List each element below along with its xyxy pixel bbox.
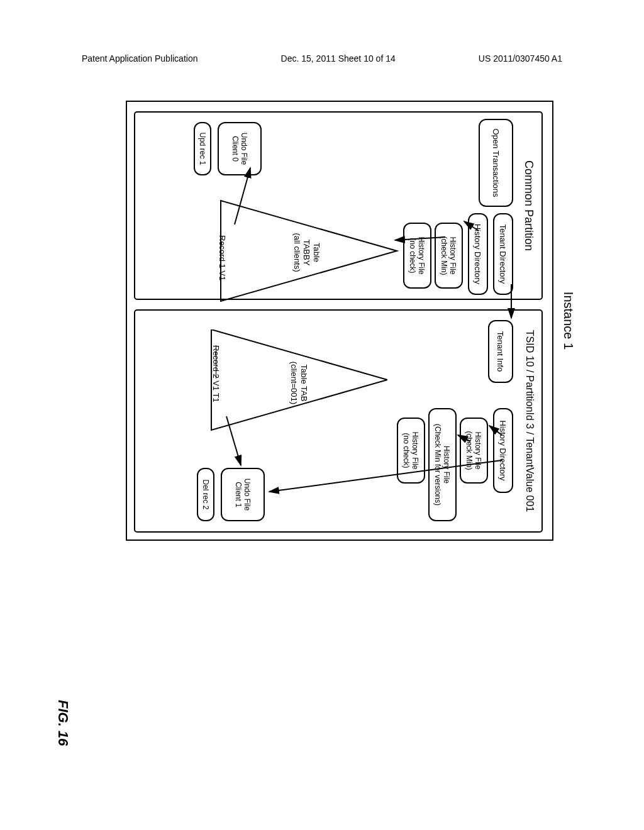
hf-label: History File: [474, 431, 483, 469]
tsid-partition: TSID 10 / PartitionId 3 / TenantValue 00…: [134, 309, 543, 533]
tenant-directory-box: Tenant Directory: [493, 213, 513, 295]
header-right: US 2011/0307450 A1: [479, 53, 562, 64]
header-left: Patent Application Publication: [82, 53, 197, 64]
tsid-partition-title: TSID 10 / PartitionId 3 / TenantValue 00…: [524, 330, 535, 512]
history-file-checkmin-right: History File (check Min): [460, 418, 488, 484]
tree-l3: (all clients): [292, 233, 302, 272]
instance-box: Common Partition Open Transactions Tenan…: [126, 101, 553, 541]
page-header: Patent Application Publication Dec. 15, …: [0, 53, 644, 64]
undo-file-client1: Undo File Client 1: [221, 468, 265, 521]
tenant-info-box: Tenant Info: [488, 320, 513, 383]
tree-l2: (client=001): [289, 362, 299, 404]
hf-label: History File: [411, 431, 420, 469]
uf-l1: Undo File: [243, 479, 252, 511]
upd-rec-box: Upd rec 1: [194, 122, 211, 175]
tree-l1: Table: [312, 243, 321, 262]
undo-file-client0: Undo File Client 0: [218, 122, 262, 175]
instance-label: Instance 1: [561, 292, 575, 350]
history-file-nocheck-left: History File (no check): [403, 223, 431, 289]
uf-l2: Client 1: [234, 482, 243, 507]
record-2-label: Record 2 V1 T1: [211, 345, 221, 402]
record-2-strikethrough: Record 2: [211, 345, 221, 379]
uf-l1: Undo File: [240, 133, 248, 165]
history-directory-box-right: History Directory: [493, 408, 513, 493]
common-partition: Common Partition Open Transactions Tenan…: [134, 111, 543, 300]
figure-page: Instance 1: [82, 88, 560, 729]
hf-note: (no check): [402, 433, 411, 468]
hf-label: History File: [418, 236, 426, 274]
history-file-checkmin-versions: History File (Check Min for versions): [428, 408, 457, 521]
hf-note: (check Min): [440, 236, 449, 275]
header-center: Dec. 15, 2011 Sheet 10 of 14: [281, 53, 396, 64]
history-file-checkmin-left: History File (check Min): [435, 223, 463, 289]
record-1-label: Record 1 V1: [218, 235, 227, 280]
uf-l2: Client 0: [231, 136, 240, 162]
hf-note: (Check Min for versions): [434, 424, 443, 506]
history-directory-box-left: History Directory: [468, 213, 488, 295]
hf-label: History File: [449, 236, 458, 274]
hf-note: (no check): [409, 238, 418, 273]
record-2-suffix: V1 T1: [211, 379, 221, 402]
hf-note: (check Min): [465, 431, 474, 470]
tree-l2: TABBY: [302, 240, 311, 266]
hf-label: History File: [443, 446, 452, 484]
history-file-nocheck-right: History File (no check): [397, 418, 425, 484]
btree-label-right: Table TAB (client=001): [289, 351, 309, 414]
common-partition-title: Common Partition: [522, 160, 535, 251]
btree-label-left: Table TABBY (all clients): [292, 223, 321, 282]
figure-number-label: FIG. 16: [55, 700, 71, 746]
figure-rotated: Instance 1: [119, 101, 572, 541]
tree-l1: Table TAB: [299, 365, 309, 402]
open-transactions-box: Open Transactions: [479, 119, 513, 207]
del-rec-box: Del rec 2: [197, 468, 214, 521]
